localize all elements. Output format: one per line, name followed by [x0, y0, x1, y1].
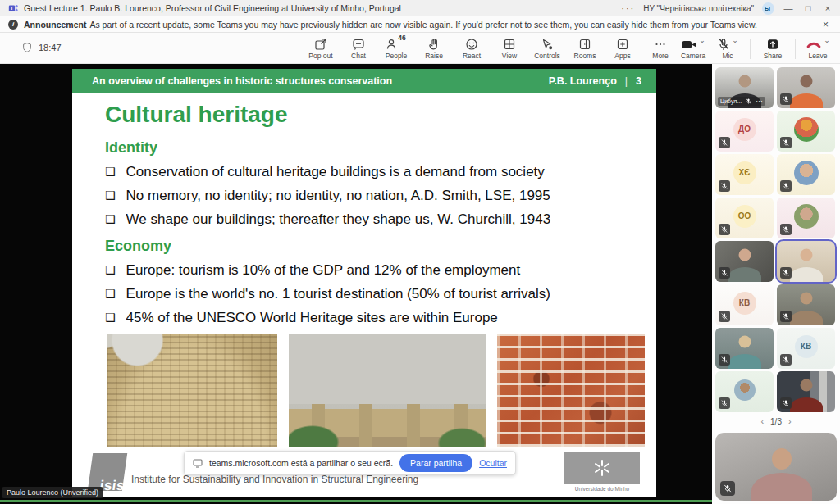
- mic-muted-icon: [719, 267, 730, 279]
- participant-avatar-tile[interactable]: ХЄ: [715, 154, 774, 195]
- slide-image-row: [107, 334, 645, 447]
- account-avatar[interactable]: БГ: [762, 2, 774, 15]
- camera-button[interactable]: ⌄ Camera: [676, 35, 710, 62]
- raise-hand-button[interactable]: Raise: [417, 35, 451, 62]
- view-grid-icon: [503, 38, 516, 51]
- avatar: [734, 379, 756, 401]
- self-view-video[interactable]: [715, 433, 837, 501]
- mic-muted-icon: [780, 180, 792, 192]
- uminho-flower-icon: [591, 457, 613, 479]
- screen-share-frame-border: [0, 500, 712, 502]
- mic-muted-icon: [717, 38, 730, 51]
- camera-chevron-icon[interactable]: ⌄: [699, 36, 705, 44]
- bullet-item: ❑ Conservation of cultural heritage buil…: [105, 160, 630, 184]
- controls-pointer-icon: [541, 38, 554, 51]
- section-heading-identity: Identity: [105, 139, 630, 157]
- hide-banner-link[interactable]: Ocultar: [479, 458, 507, 468]
- rooms-icon: [578, 38, 591, 51]
- more-button[interactable]: More: [643, 35, 678, 62]
- announcement-close-button[interactable]: ×: [819, 19, 832, 30]
- section-heading-economy: Economy: [105, 238, 630, 255]
- participant-avatar-tile[interactable]: КВ: [777, 328, 835, 369]
- tile-more-icon[interactable]: ⋯: [756, 98, 763, 105]
- meeting-timer: 18:47: [21, 42, 62, 53]
- more-ellipsis-icon: [654, 38, 667, 51]
- maximize-button[interactable]: □: [802, 3, 814, 13]
- presenter-name-label: Paulo Lourenco (Unverified): [2, 487, 103, 498]
- people-icon: [386, 38, 399, 51]
- mic-muted-icon: [719, 180, 730, 192]
- react-button[interactable]: React: [454, 35, 489, 62]
- participant-avatar-tile[interactable]: [777, 111, 835, 152]
- window-titlebar: T Guest Lecture 1. Paulo B. Lourenco, Pr…: [0, 0, 840, 16]
- minimize-button[interactable]: —: [783, 3, 794, 13]
- participant-video-tile[interactable]: [777, 284, 835, 325]
- titlebar-more-button[interactable]: ···: [621, 3, 635, 13]
- slide-header-title: An overview of challenges in historic st…: [92, 75, 549, 87]
- avatar: КВ: [733, 292, 756, 315]
- apps-button[interactable]: Apps: [605, 35, 640, 62]
- apps-plus-icon: [616, 38, 629, 51]
- raise-hand-icon: [427, 38, 441, 51]
- toolbar-divider: [750, 39, 751, 59]
- toolbar-center-buttons: Pop out Chat 46 People Rai: [304, 35, 678, 62]
- shared-screen-stage: An overview of challenges in historic st…: [0, 64, 712, 504]
- participants-pagination: ‹ 1/3 ›: [712, 416, 840, 426]
- share-button[interactable]: Share: [756, 35, 790, 62]
- info-icon: i: [8, 20, 18, 30]
- people-button[interactable]: 46 People: [379, 35, 413, 62]
- mic-button[interactable]: ⌄ Mic: [710, 35, 745, 62]
- chat-button[interactable]: Chat: [341, 35, 376, 62]
- window-title: Guest Lecture 1. Paulo B. Lourenco, Prof…: [24, 3, 621, 13]
- mic-muted-icon: [719, 224, 730, 235]
- pop-out-button[interactable]: Pop out: [304, 35, 338, 62]
- slide-header-separator: |: [625, 75, 628, 87]
- avatar: [794, 204, 819, 229]
- people-count-badge: 46: [398, 34, 405, 42]
- camera-icon: [681, 39, 697, 51]
- participant-avatar-tile[interactable]: [715, 371, 774, 412]
- bullet-item: ❑ No memory, no identity; no identity, n…: [105, 184, 630, 207]
- mic-muted-icon: [780, 137, 792, 148]
- announcement-banner: i Announcement As part of a recent updat…: [0, 16, 840, 33]
- rooms-button[interactable]: Rooms: [568, 35, 602, 62]
- stop-sharing-button[interactable]: Parar partilha: [399, 454, 472, 472]
- participant-avatar-tile[interactable]: ДО: [715, 111, 774, 152]
- participant-avatar-tile[interactable]: КВ: [715, 284, 774, 325]
- participant-video-tile[interactable]: [777, 371, 835, 412]
- close-button[interactable]: ×: [822, 3, 833, 13]
- share-banner-text: teams.microsoft.com está a partilhar o s…: [209, 458, 393, 468]
- participant-video-tile[interactable]: [715, 241, 774, 282]
- next-page-chevron[interactable]: ›: [788, 416, 792, 426]
- bullet-square-icon: ❑: [105, 160, 116, 184]
- participant-avatar-tile[interactable]: [777, 154, 835, 195]
- mic-muted-icon: [720, 481, 735, 496]
- prev-page-chevron[interactable]: ‹: [760, 416, 764, 426]
- avatar: [794, 161, 819, 185]
- controls-button[interactable]: Controls: [530, 35, 564, 62]
- account-org-name[interactable]: НУ "Чернігівська політехніка": [643, 4, 754, 13]
- participant-avatar-tile[interactable]: [777, 198, 835, 238]
- participant-video-tile[interactable]: [777, 67, 835, 108]
- avatar: КВ: [795, 335, 818, 358]
- leave-button[interactable]: ⌄ Leave: [801, 35, 835, 62]
- participant-video-tile[interactable]: [715, 328, 774, 369]
- slide-title: Cultural heritage: [105, 102, 630, 128]
- pop-out-icon: [314, 38, 327, 51]
- brick-wall-photo: [497, 334, 645, 447]
- slide-page-number: 3: [636, 75, 641, 87]
- mic-muted-icon: [780, 93, 792, 105]
- stone-temple-photo: [289, 334, 486, 447]
- mic-chevron-icon[interactable]: ⌄: [732, 36, 738, 44]
- page-indicator: 1/3: [770, 417, 782, 426]
- leave-chevron-icon[interactable]: ⌄: [824, 36, 830, 44]
- mic-muted-icon: [719, 397, 730, 409]
- bullet-item: ❑ Europe is the world's no. 1 tourist de…: [105, 282, 630, 306]
- toolbar-divider: [795, 39, 796, 59]
- view-button[interactable]: View: [492, 35, 527, 62]
- leave-call-icon: [806, 39, 822, 51]
- participant-avatar-tile[interactable]: ОО: [715, 198, 774, 238]
- participant-video-tile-active-speaker[interactable]: [777, 241, 835, 282]
- participant-video-tile[interactable]: Цибул... ⋯: [715, 67, 774, 108]
- uminho-name: Universidade do Minho: [564, 486, 640, 492]
